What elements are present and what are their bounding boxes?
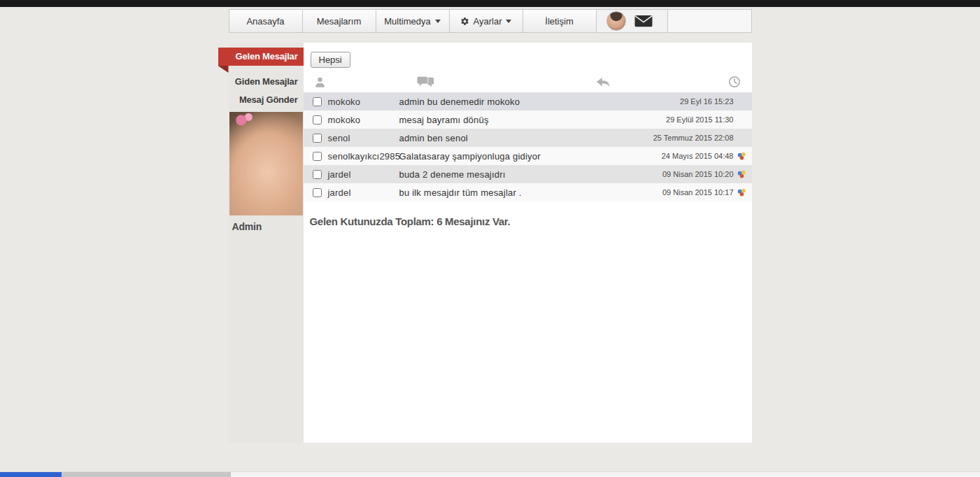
message-subject[interactable]: bu ilk mesajdır tüm mesajlar . xyxy=(399,187,662,198)
message-row[interactable]: jardel bu ilk mesajdır tüm mesajlar . 09… xyxy=(304,183,752,201)
chevron-down-icon xyxy=(506,20,511,23)
new-badge-icon xyxy=(737,188,747,197)
message-row[interactable]: jardel buda 2 deneme mesajıdrı 09 Nisan … xyxy=(304,165,752,183)
message-date: 25 Temmuz 2015 22:08 xyxy=(653,134,734,142)
message-sender: jardel xyxy=(328,169,399,180)
chevron-down-icon xyxy=(435,20,441,23)
message-checkbox[interactable] xyxy=(313,115,322,124)
main-nav: Anasayfa Mesajlarım Multimedya Ayarlar İ… xyxy=(229,9,752,33)
ribbon-fold xyxy=(218,66,229,73)
nav-ayarlar[interactable]: Ayarlar xyxy=(450,10,523,32)
message-row[interactable]: mokoko mesaj bayramı dönüş 29 Eylül 2015… xyxy=(304,111,752,129)
gear-icon xyxy=(460,17,469,26)
nav-iletisim[interactable]: İletişim xyxy=(523,10,597,32)
message-date: 09 Nisan 2015 10:20 xyxy=(662,170,734,178)
envelope-icon[interactable] xyxy=(634,15,653,27)
nav-multimedya[interactable]: Multimedya xyxy=(376,10,450,32)
message-sender: senol xyxy=(328,133,399,143)
message-sender: jardel xyxy=(328,187,399,198)
sidebar-item-gelen-mesajlar[interactable]: Gelen Mesajlar xyxy=(218,48,304,66)
message-date: 24 Mayıs 2015 04:48 xyxy=(662,152,734,160)
sender-column-icon xyxy=(313,76,327,89)
nav-anasayfa[interactable]: Anasayfa xyxy=(229,10,303,32)
horizontal-scrollbar[interactable] xyxy=(0,471,980,477)
scrollbar-accent xyxy=(0,472,62,477)
inbox-panel: Hepsi xyxy=(304,43,752,443)
message-subject[interactable]: admin ben senol xyxy=(399,133,653,143)
nav-filler xyxy=(668,10,751,32)
message-date: 29 Eylül 2015 11:30 xyxy=(666,115,733,124)
message-subject[interactable]: buda 2 deneme mesajıdrı xyxy=(399,169,662,180)
message-checkbox[interactable] xyxy=(313,170,322,179)
filter-all-button[interactable]: Hepsi xyxy=(311,52,350,68)
column-header xyxy=(304,74,752,92)
message-checkbox[interactable] xyxy=(313,97,322,106)
top-bar xyxy=(0,0,980,7)
new-badge-icon xyxy=(737,170,747,179)
scrollbar-thumb[interactable] xyxy=(62,472,231,477)
message-sender: senolkayıkcı2985 xyxy=(328,151,399,162)
message-sender: mokoko xyxy=(328,97,399,107)
sidebar: Gelen Mesajlar Giden Mesajlar Mesaj Gönd… xyxy=(229,43,304,443)
message-checkbox[interactable] xyxy=(313,134,322,143)
nav-user-area xyxy=(597,10,668,32)
nav-mesajlarim[interactable]: Mesajlarım xyxy=(303,10,376,32)
inbox-summary: Gelen Kutunuzda Toplam: 6 Mesajınız Var. xyxy=(310,215,752,227)
message-column-icon xyxy=(417,76,434,89)
message-date: 09 Nisan 2015 10:17 xyxy=(662,188,734,197)
nav-multimedya-label: Multimedya xyxy=(384,16,430,27)
nav-ayarlar-label: Ayarlar xyxy=(474,16,502,27)
message-subject[interactable]: mesaj bayramı dönüş xyxy=(399,115,667,125)
new-badge-icon xyxy=(737,152,747,161)
message-date: 29 Eyl 16 15:23 xyxy=(680,97,733,106)
profile-photo xyxy=(229,112,303,215)
message-checkbox[interactable] xyxy=(313,152,322,161)
message-row[interactable]: mokoko admin bu denemedir mokoko 29 Eyl … xyxy=(304,92,752,111)
message-subject[interactable]: Galatasaray şampiyonluga gidiyor xyxy=(399,151,662,162)
time-column-icon xyxy=(728,76,741,88)
admin-label: Admin xyxy=(229,215,304,232)
content-area: Gelen Mesajlar Giden Mesajlar Mesaj Gönd… xyxy=(229,43,752,443)
message-checkbox[interactable] xyxy=(313,188,322,197)
sidebar-item-giden-mesajlar[interactable]: Giden Mesajlar xyxy=(229,73,304,91)
message-row[interactable]: senol admin ben senol 25 Temmuz 2015 22:… xyxy=(304,129,752,147)
message-row[interactable]: senolkayıkcı2985 Galatasaray şampiyonlug… xyxy=(304,147,752,165)
message-list: mokoko admin bu denemedir mokoko 29 Eyl … xyxy=(304,92,752,201)
avatar[interactable] xyxy=(606,11,626,31)
message-subject[interactable]: admin bu denemedir mokoko xyxy=(399,97,681,107)
sidebar-item-mesaj-gonder[interactable]: Mesaj Gönder xyxy=(229,91,304,109)
reply-column-icon xyxy=(596,76,611,88)
message-sender: mokoko xyxy=(328,115,399,125)
